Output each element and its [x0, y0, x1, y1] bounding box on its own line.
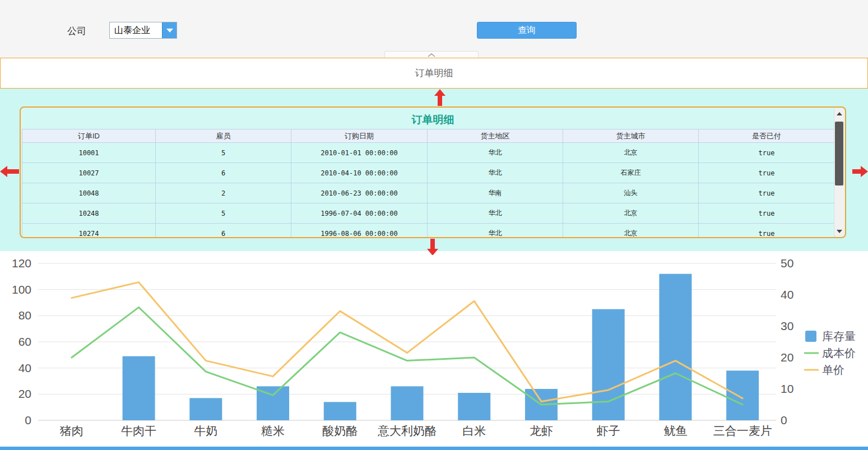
left-axis-tick-label: 120 [12, 257, 31, 270]
column-header: 订单ID [22, 129, 156, 143]
right-axis-tick-label: 10 [781, 382, 793, 395]
scrollbar-thumb[interactable] [835, 122, 843, 185]
table-row[interactable]: 1024851996-07-04 00:00:00华北北京true [22, 203, 835, 224]
x-axis-category-label: 三合一麦片 [713, 424, 772, 437]
table-cell: 北京 [563, 143, 699, 163]
left-axis-tick-label: 100 [12, 283, 31, 296]
x-axis-category-label: 白米 [462, 424, 486, 437]
column-header: 货主城市 [563, 129, 699, 143]
table-cell: 6 [156, 224, 291, 239]
triangle-down-icon [837, 230, 842, 233]
table-row[interactable]: 1000152010-01-01 00:00:00华北北京true [22, 143, 835, 163]
table-cell: 1996-08-06 00:00:00 [291, 224, 428, 239]
x-axis-category-label: 意大利奶酪 [377, 424, 437, 437]
legend-item-库存量[interactable]: 库存量 [805, 330, 856, 342]
column-header: 是否已付 [699, 129, 835, 143]
left-axis-tick-label: 0 [25, 414, 31, 426]
chart-area: 02040608010012001020304050猪肉牛肉干牛奶糙米酸奶酪意大… [0, 255, 868, 450]
arrow-up-icon [434, 89, 445, 106]
x-axis-category-label: 牛肉干 [121, 424, 156, 437]
right-axis-tick-label: 20 [781, 351, 793, 364]
table-cell: 华北 [428, 203, 563, 224]
chevron-up-icon [427, 53, 436, 57]
left-axis-tick-label: 60 [18, 335, 31, 348]
toolbar: 公司 山泰企业 查询 [0, 0, 868, 58]
right-axis-tick-label: 30 [781, 319, 793, 332]
left-axis-tick-label: 20 [18, 387, 31, 400]
bar-库存量[interactable] [391, 386, 424, 420]
x-axis-category-label: 鱿鱼 [663, 424, 687, 437]
x-axis-category-label: 牛奶 [194, 424, 217, 437]
table-row[interactable]: 1004822010-06-23 00:00:00华南汕头true [22, 183, 835, 203]
arrow-right-icon [852, 166, 868, 177]
table-cell: 1996-07-04 00:00:00 [291, 203, 428, 224]
table-row[interactable]: 1027461996-08-06 00:00:00华北北京true [22, 224, 835, 239]
table-cell: 石家庄 [563, 163, 699, 183]
company-select-value: 山泰企业 [110, 22, 162, 38]
table-cell: 10027 [22, 163, 156, 183]
table-cell: 10001 [22, 143, 156, 163]
left-axis-tick-label: 40 [18, 361, 31, 374]
table-cell: true [699, 163, 835, 183]
collapsed-panel-title-bar[interactable]: 订单明细 [0, 58, 868, 89]
legend-bar-swatch [805, 331, 816, 342]
detail-section: 订单明细 订单ID雇员订购日期货主地区货主城市是否已付1000152010-01… [0, 89, 868, 251]
x-axis-category-label: 龙虾 [530, 424, 553, 437]
x-axis-category-label: 酸奶酪 [322, 424, 358, 437]
combo-chart: 02040608010012001020304050猪肉牛肉干牛奶糙米酸奶酪意大… [0, 255, 868, 450]
order-detail-title: 订单明细 [21, 113, 845, 127]
vertical-scrollbar[interactable] [834, 109, 844, 236]
right-axis-tick-label: 0 [781, 414, 787, 426]
table-cell: 2010-04-10 00:00:00 [291, 163, 428, 183]
table-cell: 6 [156, 163, 291, 183]
table-cell: 华北 [428, 143, 563, 163]
table-cell: 华南 [428, 183, 563, 203]
scroll-down-button[interactable] [834, 226, 844, 236]
bottom-blue-strip [0, 447, 868, 450]
legend-label: 单价 [822, 364, 844, 376]
table-cell: 北京 [563, 203, 699, 224]
collapse-handle[interactable] [384, 51, 479, 58]
column-header: 货主地区 [428, 129, 563, 143]
table-row[interactable]: 1002762010-04-10 00:00:00华北石家庄true [22, 163, 835, 183]
query-button[interactable]: 查询 [477, 22, 577, 39]
company-label: 公司 [67, 25, 86, 38]
table-cell: 5 [156, 203, 291, 224]
bar-库存量[interactable] [189, 398, 222, 420]
column-header: 雇员 [156, 129, 291, 143]
order-detail-box: 订单明细 订单ID雇员订购日期货主地区货主城市是否已付1000152010-01… [20, 106, 846, 238]
collapsed-panel-title: 订单明细 [415, 68, 453, 78]
table-cell: true [699, 183, 835, 203]
bar-库存量[interactable] [659, 274, 691, 420]
table-cell: 2010-06-23 00:00:00 [291, 183, 428, 203]
bar-库存量[interactable] [458, 393, 490, 420]
scroll-up-button[interactable] [834, 109, 844, 118]
table-cell: 10274 [22, 224, 156, 239]
chevron-down-icon[interactable] [162, 22, 177, 38]
bar-库存量[interactable] [726, 370, 759, 420]
company-select[interactable]: 山泰企业 [109, 22, 177, 39]
bar-库存量[interactable] [592, 309, 625, 420]
left-axis-tick-label: 80 [18, 309, 31, 322]
arrow-left-icon [0, 166, 19, 177]
table-cell: true [699, 143, 835, 163]
x-axis-category-label: 猪肉 [60, 424, 83, 437]
bar-库存量[interactable] [123, 356, 155, 420]
table-cell: 华北 [428, 224, 563, 239]
legend-item-单价[interactable]: 单价 [804, 364, 844, 376]
legend-item-成本价[interactable]: 成本价 [804, 347, 856, 359]
x-axis-category-label: 糙米 [261, 424, 285, 437]
bar-库存量[interactable] [324, 402, 356, 420]
table-cell: true [699, 203, 835, 224]
table-cell: 2 [156, 183, 291, 203]
table-cell: 10248 [22, 203, 156, 224]
arrow-down-icon [427, 239, 438, 256]
legend-label: 成本价 [822, 347, 856, 359]
table-cell: 北京 [563, 224, 699, 239]
right-axis-tick-label: 40 [781, 288, 793, 301]
column-header: 订购日期 [291, 129, 428, 143]
x-axis-category-label: 虾子 [597, 424, 620, 437]
right-axis-tick-label: 50 [781, 257, 793, 270]
table-header-row: 订单ID雇员订购日期货主地区货主城市是否已付 [22, 129, 835, 143]
legend-label: 库存量 [822, 330, 856, 342]
